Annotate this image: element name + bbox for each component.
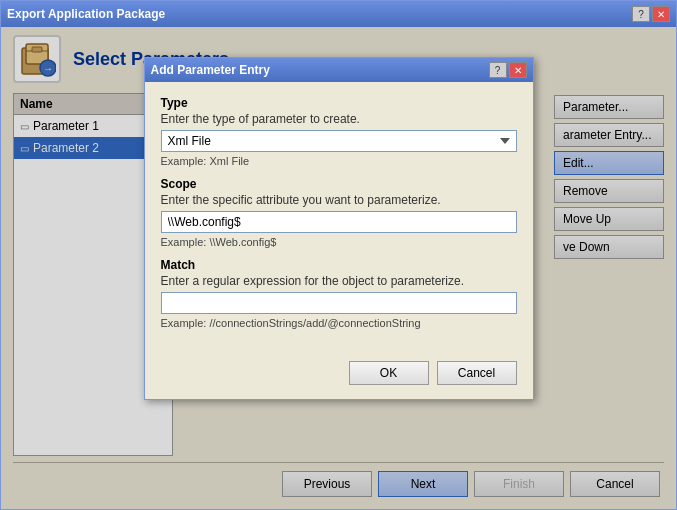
modal-titlebar: Add Parameter Entry ? ✕ xyxy=(145,58,533,82)
type-example: Example: Xml File xyxy=(161,155,517,167)
modal-dialog: Add Parameter Entry ? ✕ Type Enter the t… xyxy=(144,57,534,400)
type-section: Type Enter the type of parameter to crea… xyxy=(161,96,517,167)
modal-overlay: Add Parameter Entry ? ✕ Type Enter the t… xyxy=(1,27,676,509)
outer-titlebar-controls: ? ✕ xyxy=(632,6,670,22)
match-input[interactable] xyxy=(161,292,517,314)
modal-help-button[interactable]: ? xyxy=(489,62,507,78)
modal-cancel-button[interactable]: Cancel xyxy=(437,361,517,385)
outer-window-title: Export Application Package xyxy=(7,7,165,21)
match-example: Example: //connectionStrings/add/@connec… xyxy=(161,317,517,329)
outer-help-button[interactable]: ? xyxy=(632,6,650,22)
type-label: Type xyxy=(161,96,517,110)
match-description: Enter a regular expression for the objec… xyxy=(161,274,517,288)
scope-input[interactable] xyxy=(161,211,517,233)
modal-close-button[interactable]: ✕ xyxy=(509,62,527,78)
match-label: Match xyxy=(161,258,517,272)
type-description: Enter the type of parameter to create. xyxy=(161,112,517,126)
outer-close-button[interactable]: ✕ xyxy=(652,6,670,22)
modal-titlebar-controls: ? ✕ xyxy=(489,62,527,78)
outer-titlebar: Export Application Package ? ✕ xyxy=(1,1,676,27)
match-section: Match Enter a regular expression for the… xyxy=(161,258,517,329)
scope-section: Scope Enter the specific attribute you w… xyxy=(161,177,517,248)
modal-content: Type Enter the type of parameter to crea… xyxy=(145,82,533,353)
scope-example: Example: \\Web.config$ xyxy=(161,236,517,248)
scope-label: Scope xyxy=(161,177,517,191)
outer-window: Export Application Package ? ✕ → Select … xyxy=(0,0,677,510)
scope-description: Enter the specific attribute you want to… xyxy=(161,193,517,207)
modal-buttons: OK Cancel xyxy=(145,353,533,399)
modal-title: Add Parameter Entry xyxy=(151,63,270,77)
outer-content: → Select Parameters Name ▭ Parameter 1 ▭… xyxy=(1,27,676,509)
modal-ok-button[interactable]: OK xyxy=(349,361,429,385)
type-select[interactable]: Xml File String Boolean xyxy=(161,130,517,152)
